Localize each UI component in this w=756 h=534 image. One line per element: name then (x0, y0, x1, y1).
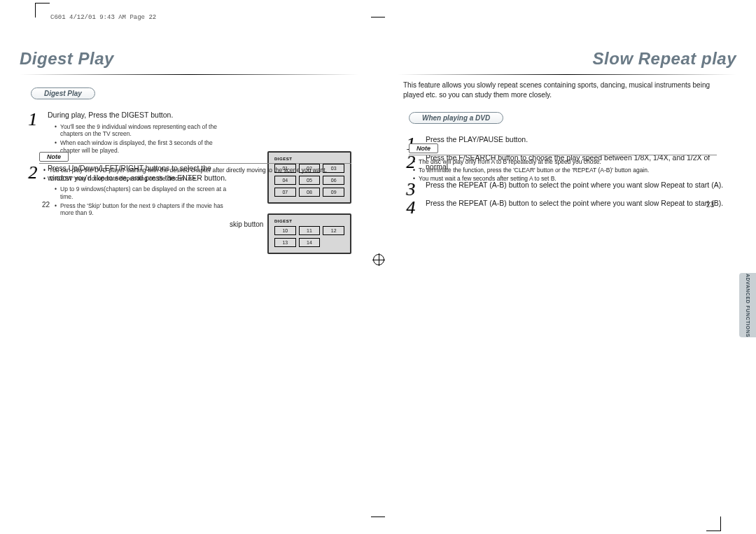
note-rule (409, 155, 717, 155)
title-rule-left (20, 74, 358, 75)
skip-button-label: skip button (230, 220, 263, 228)
cell: 13 (274, 238, 296, 247)
note-item: 'DIGEST' may not operate depending on th… (43, 175, 351, 183)
cell: 10 (274, 226, 296, 235)
cell: 14 (299, 238, 321, 247)
right-page: Slow Repeat play This feature allows you… (398, 49, 736, 223)
digest-grid-2: DIGEST 10 11 12 13 14 (267, 213, 351, 254)
step2-sub-b: Press the 'Skip' button for the next 9 c… (55, 202, 230, 217)
note-item: The disc will play only from A to B repe… (413, 158, 717, 166)
registration-mark-icon (373, 254, 384, 265)
note-item: You can play the DVD player starting wit… (43, 167, 351, 174)
side-tab: ADVANCED FUNCTIONS (739, 273, 756, 337)
note-item: You must wait a few seconds after settin… (413, 175, 717, 183)
step-4r-text: Press the REPEAT (A-B) button to select … (426, 199, 723, 207)
note-heading-right: Note (409, 143, 438, 153)
note-box-left: Note You can play the DVD player startin… (39, 149, 351, 183)
step-4-right: Press the REPEAT (A-B) button to select … (402, 195, 736, 213)
page-columns: Digest Play Digest Play During play, Pre… (20, 49, 736, 223)
crop-mark-top-left (35, 3, 50, 17)
step1-sub-a: You'll see the 9 individual windows repr… (55, 123, 230, 138)
page-title-left: Digest Play (20, 49, 358, 69)
cell: 08 (299, 188, 321, 197)
center-mark-top (371, 17, 385, 17)
crop-mark-bottom-right (706, 517, 721, 531)
cell: 11 (299, 226, 321, 235)
page-number-right: 23 (706, 201, 714, 209)
intro-text: This feature allows you slowly repeat sc… (403, 80, 722, 99)
step-1-text: During play, Press the DIGEST button. (48, 111, 173, 119)
center-mark-bottom (371, 517, 385, 517)
print-header: C601 4/12/01 9:43 AM Page 22 (50, 14, 736, 21)
note-rule (39, 163, 351, 164)
left-page: Digest Play Digest Play During play, Pre… (20, 49, 358, 223)
cell: 09 (323, 188, 344, 197)
note-box-right: Note The disc will play only from A to B… (409, 141, 717, 183)
note-heading-left: Note (39, 152, 69, 162)
cell: 12 (323, 226, 344, 235)
cell: 07 (274, 188, 296, 197)
section-pill-dvd: When playing a DVD (409, 112, 503, 124)
step2-sub-a: Up to 9 windows(chapters) can be display… (55, 185, 230, 200)
side-tab-label: ADVANCED FUNCTIONS (746, 274, 750, 337)
page-title-right: Slow Repeat play (398, 49, 736, 69)
page-number-left: 22 (42, 201, 50, 209)
note-item: To terminate the function, press the 'CL… (413, 167, 717, 174)
digest-label-2: DIGEST (274, 219, 344, 223)
section-pill-digest: Digest Play (31, 87, 95, 99)
manual-spread: C601 4/12/01 9:43 AM Page 22 Digest Play… (0, 0, 756, 534)
title-rule-right (398, 74, 736, 75)
